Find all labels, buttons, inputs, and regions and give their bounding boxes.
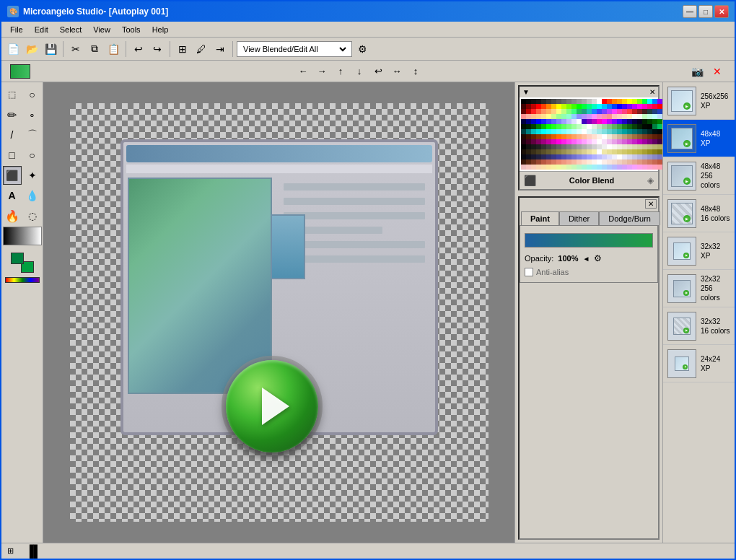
size-item-48xp[interactable]: ▶ 48x48XP [663,120,735,157]
color-cell[interactable] [587,119,592,124]
color-cell[interactable] [627,104,632,109]
undo-button[interactable]: ↩ [130,40,147,58]
color-cell[interactable] [647,99,652,104]
color-cell[interactable] [627,119,632,124]
size-item-32-256[interactable]: ▶ 32x32256 colors [663,270,735,307]
color-cell[interactable] [546,124,551,129]
color-cell[interactable] [622,159,627,165]
color-cell[interactable] [521,124,526,129]
eyedropper-tool[interactable]: 💧 [23,186,42,205]
color-cell[interactable] [582,129,587,134]
color-cell[interactable] [551,144,556,149]
color-cell[interactable] [521,139,526,144]
color-cell[interactable] [571,165,577,170]
color-cell[interactable] [597,109,602,114]
color-cell[interactable] [637,159,642,165]
settings-button[interactable]: ⚙ [354,40,371,58]
text-tool[interactable]: A [3,186,22,205]
color-cell[interactable] [647,114,652,119]
color-cell[interactable] [526,154,531,159]
color-cell[interactable] [541,144,546,149]
color-cell[interactable] [587,124,592,129]
color-cell[interactable] [592,144,597,149]
color-cell[interactable] [546,159,551,165]
color-cell[interactable] [541,99,546,104]
color-cell[interactable] [607,109,612,114]
size-item-24xp[interactable]: ▶ 24x24XP [663,345,735,382]
view-mode-select[interactable]: View Blended/Edit All View Normal/Edit A… [240,44,349,54]
color-cell[interactable] [526,134,531,139]
color-cell[interactable] [587,159,592,165]
color-cell[interactable] [627,124,632,129]
color-cell[interactable] [587,165,592,170]
rotate-ccw-button[interactable]: ↩ [370,64,386,79]
color-cell[interactable] [546,109,551,114]
color-cell[interactable] [536,114,541,119]
color-cell[interactable] [657,99,662,104]
color-cell[interactable] [551,104,556,109]
color-cell[interactable] [627,159,632,165]
size-item-48-16[interactable]: ▶ 48x4816 colors [663,195,735,232]
color-cell[interactable] [632,134,637,139]
color-cell[interactable] [622,134,627,139]
brush-size-button[interactable]: 🖊 [193,40,210,58]
color-cell[interactable] [566,154,571,159]
color-cell[interactable] [637,114,642,119]
color-cell[interactable] [556,99,561,104]
color-cell[interactable] [556,109,561,114]
color-cell[interactable] [637,99,642,104]
color-cell[interactable] [577,129,582,134]
color-cell[interactable] [577,165,582,170]
color-cell[interactable] [521,99,526,104]
color-cell[interactable] [657,149,662,154]
color-cell[interactable] [617,104,622,109]
color-cell[interactable] [602,129,607,134]
color-cell[interactable] [521,165,526,170]
color-cell[interactable] [612,119,617,124]
color-cell[interactable] [561,144,566,149]
color-cell[interactable] [602,144,607,149]
color-cell[interactable] [602,165,607,170]
paste-button[interactable]: 📋 [105,40,122,58]
color-cell[interactable] [632,154,637,159]
color-cell[interactable] [582,165,587,170]
color-cell[interactable] [521,104,526,109]
color-cell[interactable] [657,139,662,144]
color-cell[interactable] [597,114,602,119]
color-cell[interactable] [526,124,531,129]
color-cell[interactable] [622,109,627,114]
color-cell[interactable] [587,109,592,114]
color-cell[interactable] [571,144,577,149]
size-item-32-16[interactable]: ▶ 32x3216 colors [663,307,735,345]
palette-close-button[interactable]: ✕ [649,88,655,96]
color-cell[interactable] [541,119,546,124]
color-cell[interactable] [521,149,526,154]
cut-button[interactable]: ✂ [67,40,84,58]
color-cell[interactable] [647,104,652,109]
color-cell[interactable] [556,165,561,170]
color-cell[interactable] [571,109,577,114]
color-cell[interactable] [602,99,607,104]
fg-color-swatch[interactable] [11,253,24,264]
color-cell[interactable] [647,129,652,134]
color-cell[interactable] [612,144,617,149]
color-cell[interactable] [577,114,582,119]
color-cell[interactable] [531,109,536,114]
color-cell[interactable] [617,124,622,129]
color-cell[interactable] [526,109,531,114]
paint-panel-close-button[interactable]: ✕ [645,199,657,209]
color-cell[interactable] [582,144,587,149]
color-cell[interactable] [627,134,632,139]
color-cell[interactable] [622,119,627,124]
color-cell[interactable] [657,114,662,119]
color-cell[interactable] [632,129,637,134]
color-cell[interactable] [607,104,612,109]
color-cell[interactable] [617,165,622,170]
color-cell[interactable] [531,119,536,124]
color-cell[interactable] [642,159,647,165]
color-cell[interactable] [642,119,647,124]
color-cell[interactable] [607,154,612,159]
color-cell[interactable] [632,149,637,154]
color-cell[interactable] [597,144,602,149]
color-cell[interactable] [566,114,571,119]
